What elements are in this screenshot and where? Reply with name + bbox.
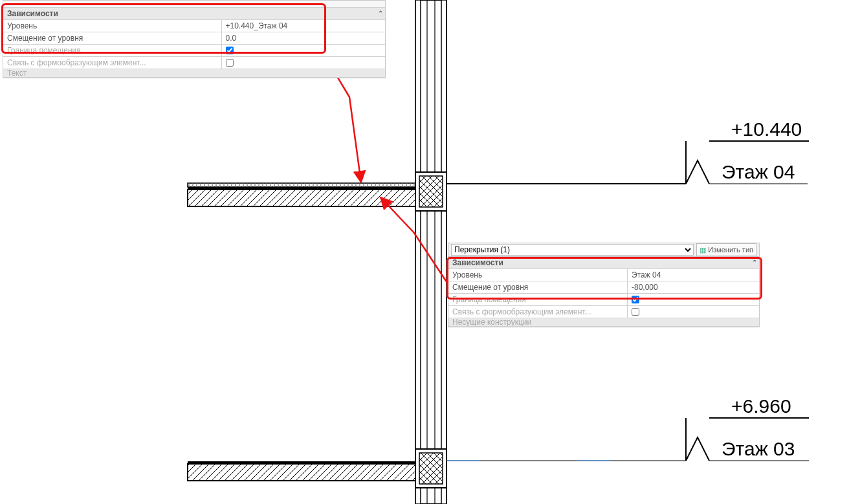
level-name-04: Этаж 04 (722, 161, 795, 182)
prop-row-level[interactable]: Уровень Этаж 04 (448, 269, 759, 281)
section-header-partial: Текст (3, 69, 385, 77)
svg-rect-13 (188, 464, 415, 481)
prop-label: Связь с формообразующим элемент... (3, 57, 222, 69)
level-elev-03: +6.960 (731, 395, 791, 417)
svg-rect-7 (188, 183, 415, 187)
edit-type-button[interactable]: ▥ Изменить тип (696, 243, 756, 256)
floor-slab-03 (188, 449, 447, 488)
prop-label: Уровень (3, 20, 222, 32)
collapse-icon[interactable]: ⌃ (376, 8, 385, 19)
checkbox[interactable] (226, 47, 234, 54)
type-selector[interactable]: Перекрытия (1) (451, 244, 694, 256)
prop-row-offset[interactable]: Смещение от уровня -80,000 (448, 281, 759, 294)
prop-label: Смещение от уровня (3, 32, 222, 44)
level-elev-04: +10.440 (731, 118, 802, 140)
section-header: Зависимости (448, 257, 750, 268)
prop-value[interactable]: -80,000 (628, 281, 759, 293)
svg-rect-3 (415, 0, 421, 504)
edit-type-icon: ▥ (700, 246, 706, 254)
properties-panel-top[interactable]: Зависимости ⌃ Уровень +10.440_Этаж 04 См… (3, 0, 386, 78)
prop-row-level[interactable]: Уровень +10.440_Этаж 04 (3, 20, 385, 32)
prop-row-room-bounding[interactable]: Граница помещения (448, 294, 759, 306)
svg-rect-15 (419, 453, 443, 484)
prop-value[interactable]: 0.0 (222, 32, 386, 44)
checkbox[interactable] (632, 296, 639, 303)
prop-label: Граница помещения (448, 294, 628, 305)
prop-label: Связь с формообразующим элемент... (448, 306, 628, 318)
prop-label: Граница помещения (3, 45, 222, 56)
svg-rect-6 (441, 0, 447, 504)
properties-panel-bottom[interactable]: Перекрытия (1) ▥ Изменить тип Зависимост… (448, 243, 760, 327)
floor-slab-04 (188, 172, 447, 211)
wall-segment (415, 0, 447, 504)
prop-row-room-bounding[interactable]: Граница помещения (3, 45, 385, 57)
prop-row-mass-related[interactable]: Связь с формообразующим элемент... (3, 57, 385, 69)
collapse-icon[interactable]: ⌃ (750, 257, 759, 268)
prop-label: Смещение от уровня (448, 281, 628, 293)
prop-label: Уровень (448, 269, 628, 281)
prop-value[interactable]: +10.440_Этаж 04 (222, 20, 386, 32)
prop-row-mass-related[interactable]: Связь с формообразующим элемент... (448, 306, 759, 318)
checkbox[interactable] (632, 308, 639, 316)
level-name-03: Этаж 03 (722, 438, 795, 459)
edit-type-label: Изменить тип (708, 246, 753, 254)
svg-rect-11 (419, 176, 443, 207)
prop-value[interactable]: Этаж 04 (628, 269, 759, 281)
checkbox[interactable] (226, 59, 234, 67)
section-header: Зависимости (3, 8, 376, 19)
section-header-partial: Несущие конструкции (448, 318, 759, 326)
prop-row-offset[interactable]: Смещение от уровня 0.0 (3, 32, 385, 45)
